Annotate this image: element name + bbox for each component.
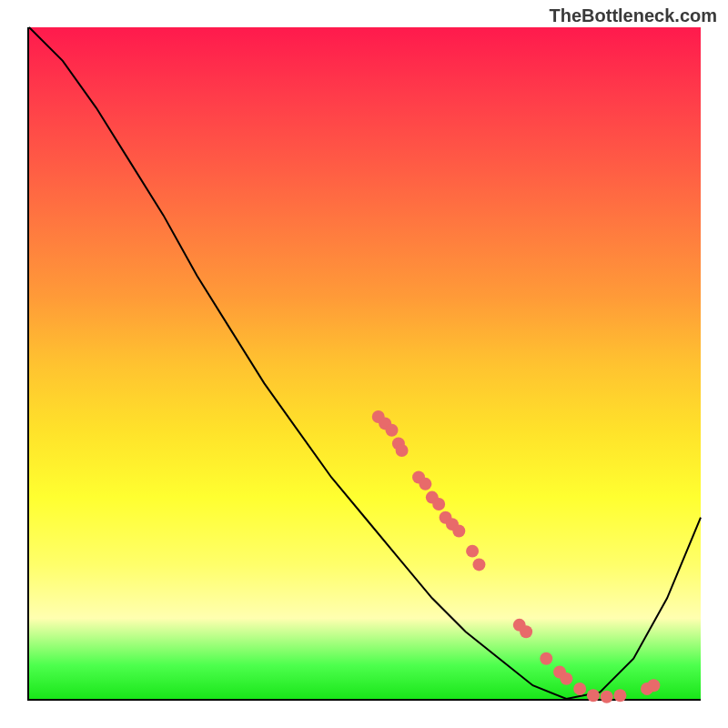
- data-point: [601, 691, 613, 703]
- data-point: [419, 478, 431, 490]
- data-point: [560, 672, 572, 685]
- chart-plot-area: [27, 27, 701, 701]
- bottleneck-curve: [29, 27, 701, 699]
- data-point: [520, 625, 532, 638]
- data-point: [647, 679, 660, 692]
- chart-svg: [29, 27, 701, 699]
- data-point: [386, 424, 399, 437]
- data-point: [452, 525, 465, 538]
- data-point: [466, 545, 479, 558]
- data-point: [432, 498, 445, 511]
- scatter-dots: [372, 410, 661, 703]
- data-point: [587, 689, 600, 702]
- data-point: [396, 444, 409, 457]
- watermark-label: TheBottleneck.com: [550, 5, 717, 26]
- data-point: [613, 689, 626, 702]
- data-point: [472, 558, 485, 571]
- data-point: [540, 652, 552, 665]
- data-point: [573, 682, 586, 695]
